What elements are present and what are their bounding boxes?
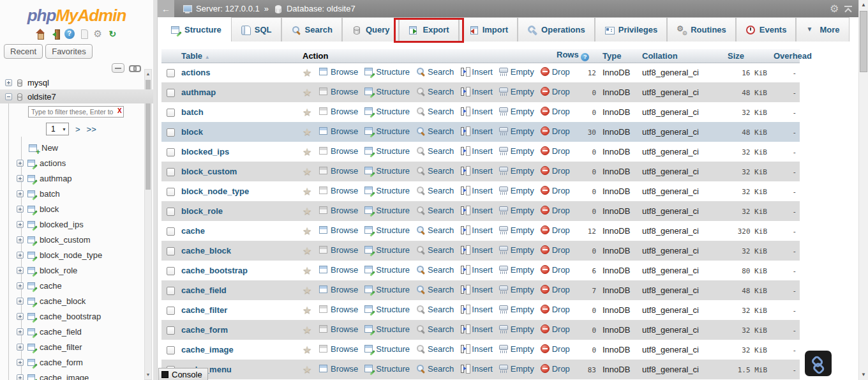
insert-action-link[interactable]: Insert [460,146,493,156]
tab-recent[interactable]: Recent [4,44,43,59]
insert-action-link[interactable]: Insert [460,344,493,354]
structure-action-link[interactable]: Structure [364,344,410,354]
tab-import[interactable]: Import [459,17,518,42]
logout-icon[interactable] [50,29,60,39]
size-value[interactable]: 48 KiB [742,128,767,137]
last-page-link[interactable]: >> [87,125,96,134]
search-action-link[interactable]: Search [415,284,454,294]
tab-routines[interactable]: Routines [667,17,736,42]
row-checkbox[interactable] [167,109,175,117]
expand-icon[interactable] [17,206,24,213]
tab-privileges[interactable]: Privileges [595,17,667,42]
sidebar-item-block_node_type[interactable]: block_node_type [0,247,153,262]
settings-icon[interactable] [94,29,104,39]
row-checkbox[interactable] [167,346,175,354]
expand-icon[interactable] [17,374,24,380]
empty-action-link[interactable]: Empty [498,185,534,195]
sidebar-item-blocked_ips[interactable]: blocked_ips [0,217,153,232]
browse-action-link[interactable]: Browse [318,284,358,294]
browse-action-link[interactable]: Browse [318,185,358,195]
table-name-link[interactable]: block_custom [181,167,237,176]
browse-action-link[interactable]: Browse [318,324,358,334]
help-icon[interactable] [64,29,75,39]
expand-icon[interactable] [17,236,24,243]
expand-icon[interactable] [17,328,24,335]
insert-action-link[interactable]: Insert [460,66,493,77]
expand-icon[interactable] [17,313,24,320]
browse-action-link[interactable]: Browse [318,205,358,215]
table-name-link[interactable]: authmap [181,87,216,97]
row-checkbox[interactable] [167,188,175,196]
sidebar-item-cache_bootstrap[interactable]: cache_bootstrap [0,308,153,324]
browse-action-link[interactable]: Browse [318,264,358,275]
favorite-star-icon[interactable] [303,266,313,277]
clear-filter-button[interactable]: X [117,107,122,114]
search-action-link[interactable]: Search [415,185,454,195]
row-checkbox[interactable] [167,148,175,156]
structure-action-link[interactable]: Structure [364,225,410,235]
page-settings-icon[interactable] [830,4,840,14]
favorite-star-icon[interactable] [303,128,313,138]
search-action-link[interactable]: Search [415,165,454,176]
size-value[interactable]: 32 KiB [742,307,767,315]
drop-action-link[interactable]: Drop [540,225,570,235]
collapse-menubar-icon[interactable] [843,4,853,14]
tab-favorites[interactable]: Favorites [45,44,92,59]
drop-action-link[interactable]: Drop [540,264,570,275]
home-icon[interactable] [35,29,45,39]
insert-action-link[interactable]: Insert [460,185,493,195]
sidebar-item-cache_image[interactable]: cache_image [0,370,153,380]
search-action-link[interactable]: Search [415,126,454,136]
page-link-button[interactable] [805,351,832,376]
expand-icon[interactable] [17,344,24,351]
favorite-star-icon[interactable] [303,68,313,79]
structure-action-link[interactable]: Structure [364,165,410,176]
structure-action-link[interactable]: Structure [364,86,410,96]
favorite-star-icon[interactable] [303,167,313,178]
row-checkbox[interactable] [167,227,175,236]
table-name-link[interactable]: cache [181,226,205,236]
empty-action-link[interactable]: Empty [498,86,534,96]
search-action-link[interactable]: Search [415,264,454,275]
sidebar-item-block[interactable]: block [0,201,153,217]
expand-icon[interactable] [17,298,24,305]
row-checkbox[interactable] [167,168,175,176]
table-name-link[interactable]: block_role [181,206,223,216]
sidebar-item-batch[interactable]: batch [0,186,153,201]
favorite-star-icon[interactable] [303,207,313,217]
drop-action-link[interactable]: Drop [540,304,570,314]
empty-action-link[interactable]: Empty [498,245,534,255]
empty-action-link[interactable]: Empty [498,225,534,235]
favorite-star-icon[interactable] [303,306,313,316]
sort-by-type-link[interactable]: Type [602,51,621,61]
insert-action-link[interactable]: Insert [460,86,493,96]
expand-icon[interactable] [5,79,12,86]
sort-by-collation-link[interactable]: Collation [642,51,678,61]
row-checkbox[interactable] [167,287,175,295]
empty-action-link[interactable]: Empty [498,165,534,176]
favorite-star-icon[interactable] [303,286,313,296]
documentation-icon[interactable] [79,29,89,39]
size-value[interactable]: 32 KiB [742,247,767,255]
tab-structure[interactable]: Structure [161,17,231,42]
insert-action-link[interactable]: Insert [460,245,493,255]
browse-action-link[interactable]: Browse [318,106,358,116]
link-icon[interactable] [129,64,140,72]
empty-action-link[interactable]: Empty [498,66,534,77]
expand-icon[interactable] [17,190,24,197]
favorite-star-icon[interactable] [303,247,313,257]
favorite-star-icon[interactable] [303,346,313,356]
search-action-link[interactable]: Search [415,363,454,374]
browse-action-link[interactable]: Browse [318,165,358,176]
size-value[interactable]: 16 KiB [742,69,767,77]
table-name-link[interactable]: cache_block [181,246,231,255]
table-name-link[interactable]: cache_bootstrap [181,266,248,275]
browse-action-link[interactable]: Browse [318,344,358,354]
search-action-link[interactable]: Search [415,66,454,77]
sidebar-item-block_role[interactable]: block_role [0,262,153,278]
sort-by-table-link[interactable]: Table ▲ [181,51,210,61]
sidebar-item-oldsite7[interactable]: oldsite7 [0,89,153,103]
browse-action-link[interactable]: Browse [318,66,358,77]
empty-action-link[interactable]: Empty [498,284,534,294]
sidebar-item-new[interactable]: New [0,141,153,155]
